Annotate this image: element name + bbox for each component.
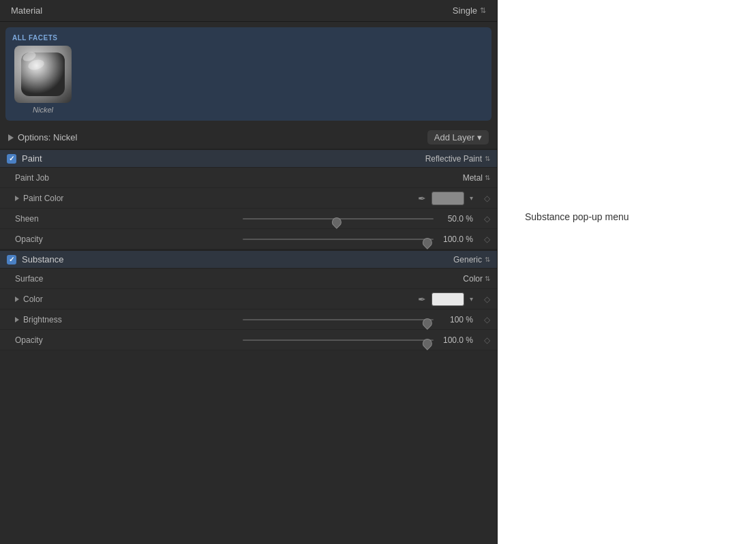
sheen-keyframe-icon[interactable]: ◇ [484, 214, 490, 224]
options-text: Options: Nickel [18, 132, 77, 142]
panel-header: Material Single ⇅ [0, 0, 497, 22]
substance-type-spinner-icon: ⇅ [485, 256, 490, 263]
color-right: ✒ ▾ ◇ [97, 292, 490, 306]
color-swatch[interactable] [432, 292, 464, 306]
sheen-slider-container [243, 218, 434, 220]
paint-job-label: Paint Job [15, 173, 97, 183]
surface-row: Surface Color ⇅ [0, 269, 497, 289]
callout-text: Substance pop-up menu [525, 211, 629, 222]
paint-opacity-slider-track[interactable] [243, 239, 434, 240]
paint-color-keyframe-icon[interactable]: ◇ [484, 194, 490, 203]
paint-opacity-slider-container [243, 239, 434, 240]
paint-opacity-row: Opacity 100.0 % ◇ [0, 229, 497, 250]
paint-job-spinner-icon: ⇅ [485, 174, 490, 181]
substance-opacity-right: 100.0 % ◇ [97, 335, 490, 345]
color-eyedropper-icon[interactable]: ✒ [418, 294, 426, 305]
surface-value: Color [463, 274, 483, 284]
material-thumbnail[interactable]: Nickel [12, 46, 74, 114]
paint-type-value: Reflective Paint [425, 154, 482, 164]
sheen-right: 50.0 % ◇ [97, 214, 490, 224]
paint-job-right: Metal ⇅ [97, 173, 490, 183]
color-triangle-icon [15, 297, 19, 302]
options-label[interactable]: Options: Nickel [8, 132, 77, 142]
paint-job-value: Metal [463, 173, 483, 183]
surface-spinner-icon: ⇅ [485, 275, 490, 282]
paint-color-triangle-icon [15, 196, 19, 201]
brightness-row: Brightness 100 % ◇ [0, 309, 497, 330]
mode-control[interactable]: Single ⇅ [453, 5, 486, 16]
substance-opacity-label: Opacity [15, 335, 97, 345]
paint-opacity-label: Opacity [15, 235, 97, 244]
sheen-slider-thumb[interactable] [330, 215, 344, 228]
material-preview[interactable] [14, 46, 72, 103]
paint-opacity-keyframe-icon[interactable]: ◇ [484, 235, 490, 244]
paint-type-control[interactable]: Reflective Paint ⇅ [425, 154, 490, 164]
paint-color-chevron-icon[interactable]: ▾ [470, 194, 473, 202]
brightness-label: Brightness [15, 315, 97, 324]
surface-control[interactable]: Color ⇅ [463, 274, 490, 284]
options-triangle-icon [8, 134, 14, 141]
paint-color-right: ✒ ▾ ◇ [97, 192, 490, 205]
mode-spinner-icon: ⇅ [480, 6, 486, 15]
paint-color-eyedropper-icon[interactable]: ✒ [418, 193, 426, 204]
substance-opacity-value: 100.0 % [439, 335, 473, 345]
material-sphere-svg [18, 50, 67, 99]
add-layer-chevron-icon: ▾ [477, 132, 482, 142]
brightness-value: 100 % [439, 315, 473, 324]
color-chevron-icon[interactable]: ▾ [470, 295, 473, 303]
add-layer-button[interactable]: Add Layer ▾ [427, 130, 489, 145]
surface-label: Surface [15, 274, 97, 284]
substance-section-label: Substance [22, 254, 453, 265]
svg-rect-0 [21, 52, 65, 96]
brightness-right: 100 % ◇ [97, 315, 490, 324]
substance-opacity-slider-track[interactable] [243, 339, 434, 341]
paint-opacity-slider-thumb[interactable] [421, 235, 434, 249]
callout-container: Substance pop-up menu [525, 211, 629, 222]
paint-type-spinner-icon: ⇅ [485, 155, 490, 162]
substance-section-header[interactable]: ✓ Substance Generic ⇅ [0, 250, 497, 269]
brightness-triangle-icon [15, 317, 19, 322]
add-layer-label: Add Layer [434, 132, 474, 142]
substance-opacity-slider-thumb[interactable] [421, 336, 434, 350]
substance-opacity-slider-container [243, 339, 434, 341]
paint-color-swatch[interactable] [432, 192, 464, 205]
sheen-slider-track[interactable] [243, 218, 434, 220]
material-name: Nickel [33, 106, 53, 114]
paint-color-row: Paint Color ✒ ▾ ◇ [0, 188, 497, 209]
sheen-label: Sheen [15, 214, 97, 224]
substance-opacity-keyframe-icon[interactable]: ◇ [484, 335, 490, 345]
color-prop-label: Color [15, 294, 97, 304]
paint-opacity-right: 100.0 % ◇ [97, 235, 490, 244]
options-row: Options: Nickel Add Layer ▾ [0, 126, 497, 149]
facets-area: ALL FACETS [5, 27, 492, 121]
substance-checkmark-icon: ✓ [9, 256, 14, 263]
substance-type-value: Generic [453, 255, 482, 265]
sheen-row: Sheen 50.0 % ◇ [0, 209, 497, 229]
paint-checkbox[interactable]: ✓ [7, 154, 16, 164]
paint-section-label: Paint [22, 153, 425, 164]
paint-checkmark-icon: ✓ [9, 155, 14, 162]
facets-label: ALL FACETS [12, 34, 485, 42]
paint-job-row: Paint Job Metal ⇅ [0, 168, 497, 188]
mode-label: Single [453, 5, 477, 16]
substance-opacity-row: Opacity 100.0 % ◇ [0, 330, 497, 350]
color-keyframe-icon[interactable]: ◇ [484, 294, 490, 304]
sheen-value: 50.0 % [439, 214, 473, 224]
paint-color-label: Paint Color [15, 194, 97, 203]
substance-type-control[interactable]: Generic ⇅ [453, 255, 490, 265]
paint-opacity-value: 100.0 % [439, 235, 473, 244]
brightness-keyframe-icon[interactable]: ◇ [484, 315, 490, 324]
paint-job-control[interactable]: Metal ⇅ [463, 173, 490, 183]
panel-title: Material [11, 5, 42, 16]
color-row: Color ✒ ▾ ◇ [0, 289, 497, 309]
brightness-slider-thumb[interactable] [421, 316, 434, 329]
brightness-slider-container [243, 319, 434, 320]
brightness-slider-track[interactable] [243, 319, 434, 320]
surface-right: Color ⇅ [97, 274, 490, 284]
substance-checkbox[interactable]: ✓ [7, 255, 16, 265]
paint-section-header[interactable]: ✓ Paint Reflective Paint ⇅ [0, 149, 497, 168]
right-panel: Substance pop-up menu [498, 0, 756, 544]
